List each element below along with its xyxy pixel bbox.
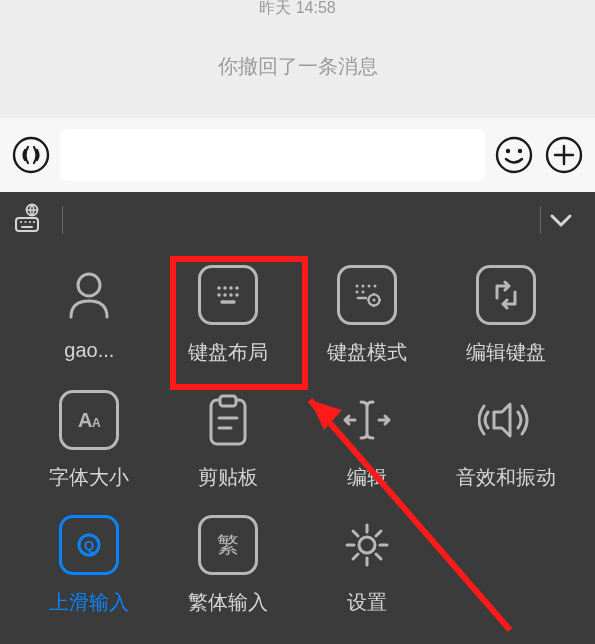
svg-point-0	[14, 138, 48, 172]
edit-cursor-icon	[339, 392, 395, 448]
svg-point-19	[217, 293, 221, 297]
svg-point-15	[217, 286, 221, 290]
grid-item-keyboard-mode[interactable]: 键盘模式	[298, 265, 437, 366]
svg-point-32	[372, 298, 375, 301]
svg-line-55	[376, 531, 381, 536]
svg-point-47	[359, 537, 375, 553]
message-text-input[interactable]	[60, 129, 485, 181]
keyboard-settings-panel: gao... 键盘布局	[0, 192, 595, 644]
clipboard-icon	[203, 392, 253, 448]
keyboard-settings-grid: gao... 键盘布局	[0, 247, 595, 616]
swipe-input-icon: Q	[74, 530, 104, 560]
svg-line-52	[353, 531, 358, 536]
edit-keyboard-icon	[491, 280, 521, 310]
grid-item-swipe-input[interactable]: Q 上滑输入	[20, 515, 159, 616]
grid-item-traditional-input[interactable]: 繁 繁体输入	[159, 515, 298, 616]
grid-item-label: 字体大小	[49, 464, 129, 491]
svg-rect-40	[220, 396, 236, 406]
grid-item-label: 键盘模式	[327, 339, 407, 366]
globe-keyboard-button[interactable]	[14, 203, 44, 237]
voice-input-button[interactable]	[10, 134, 52, 176]
svg-point-25	[361, 285, 364, 288]
svg-point-10	[24, 220, 26, 222]
grid-item-label: 繁体输入	[188, 589, 268, 616]
svg-text:A: A	[78, 409, 92, 431]
globe-keyboard-icon	[14, 203, 44, 233]
keyboard-mode-icon	[350, 278, 384, 312]
svg-text:繁: 繁	[217, 532, 239, 557]
svg-text:Q: Q	[84, 538, 94, 553]
chat-area: 昨天 14:58 你撤回了一条消息	[0, 0, 595, 118]
grid-item-sound-vibration[interactable]: 音效和振动	[436, 390, 575, 491]
grid-item-label: 设置	[347, 589, 387, 616]
grid-item-label: 剪贴板	[198, 464, 258, 491]
message-input-bar	[0, 118, 595, 192]
more-actions-button[interactable]	[543, 134, 585, 176]
smiley-icon	[494, 135, 534, 175]
user-icon	[61, 267, 117, 323]
grid-item-keyboard-layout[interactable]: 键盘布局	[159, 265, 298, 366]
svg-point-14	[78, 274, 100, 296]
toolbar-divider	[62, 206, 63, 234]
svg-point-21	[229, 293, 233, 297]
grid-item-label: gao...	[64, 339, 114, 362]
font-size-icon: A A	[72, 403, 106, 437]
svg-text:A: A	[92, 416, 101, 430]
grid-item-settings[interactable]: 设置	[298, 515, 437, 616]
svg-point-12	[33, 220, 35, 222]
keyboard-toolbar	[0, 192, 595, 247]
grid-item-label: 编辑键盘	[466, 339, 546, 366]
grid-item-clipboard[interactable]: 剪贴板	[159, 390, 298, 491]
svg-point-2	[506, 149, 510, 153]
svg-point-26	[367, 285, 370, 288]
svg-point-20	[223, 293, 227, 297]
svg-point-27	[373, 285, 376, 288]
chevron-down-icon	[548, 207, 574, 233]
svg-point-3	[518, 149, 522, 153]
svg-point-29	[361, 291, 364, 294]
recall-message: 你撤回了一条消息	[218, 53, 378, 80]
sound-wave-icon	[11, 135, 51, 175]
grid-item-account[interactable]: gao...	[20, 265, 159, 366]
traditional-icon: 繁	[213, 530, 243, 560]
svg-line-53	[376, 554, 381, 559]
grid-item-edit-keyboard[interactable]: 编辑键盘	[436, 265, 575, 366]
svg-point-11	[29, 220, 31, 222]
svg-point-24	[355, 285, 358, 288]
grid-item-edit[interactable]: 编辑	[298, 390, 437, 491]
grid-item-font-size[interactable]: A A 字体大小	[20, 390, 159, 491]
svg-line-54	[353, 554, 358, 559]
svg-point-17	[229, 286, 233, 290]
keyboard-layout-icon	[213, 280, 243, 310]
grid-item-label: 音效和振动	[456, 464, 556, 491]
gear-icon	[341, 519, 393, 571]
svg-point-1	[497, 138, 531, 172]
svg-point-9	[20, 220, 22, 222]
plus-circle-icon	[544, 135, 584, 175]
svg-point-28	[355, 291, 358, 294]
emoji-button[interactable]	[493, 134, 535, 176]
collapse-panel-button[interactable]	[541, 200, 581, 240]
grid-item-label: 编辑	[347, 464, 387, 491]
svg-point-22	[235, 293, 239, 297]
svg-point-18	[235, 286, 239, 290]
svg-point-16	[223, 286, 227, 290]
chat-timestamp: 昨天 14:58	[259, 0, 335, 19]
sound-vibration-icon	[478, 392, 534, 448]
grid-item-label: 键盘布局	[188, 339, 268, 366]
svg-rect-8	[16, 218, 38, 231]
grid-item-label: 上滑输入	[49, 589, 129, 616]
